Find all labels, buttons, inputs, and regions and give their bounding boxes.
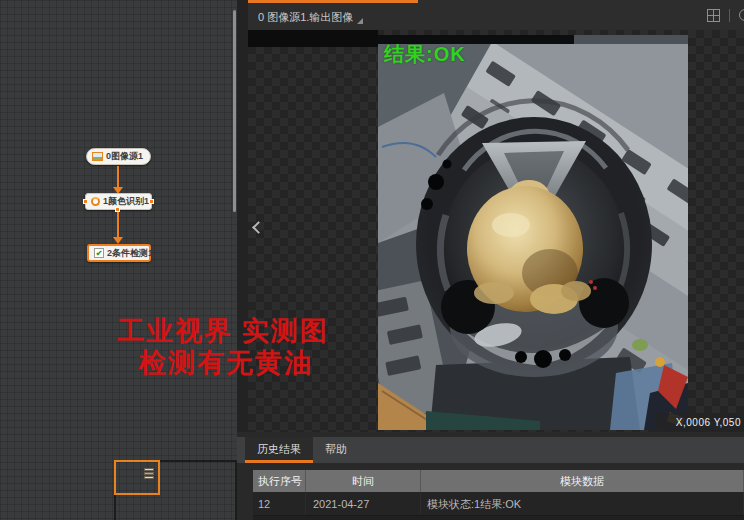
cursor-coordinates: X,0006 Y,050 [656, 413, 744, 432]
flow-node-label: 2条件检测1 [107, 247, 153, 260]
color-recognition-icon [91, 197, 100, 206]
chevron-left-icon[interactable] [250, 218, 264, 238]
flow-minimap[interactable] [114, 460, 237, 520]
table-header-row: 执行序号 时间 模块数据 [253, 470, 744, 492]
flow-node-label: 0图像源1 [106, 150, 143, 163]
flow-connector-arrowhead [113, 237, 123, 244]
image-source-icon [92, 152, 103, 161]
inspection-photo [378, 35, 688, 430]
tab-help[interactable]: 帮助 [313, 437, 359, 463]
cell-time: 2021-04-27 14:50:25:554 [306, 492, 421, 515]
image-viewer: 0 图像源1.输出图像 [248, 0, 744, 432]
viewer-toolbar [707, 0, 744, 30]
history-results-table: 执行序号 时间 模块数据 12 2021-04-27 14:50:25:554 … [253, 470, 744, 520]
flow-node-color-recognition[interactable]: 1颜色识别1 [85, 193, 152, 210]
viewer-tab-output-image[interactable]: 0 图像源1.输出图像 [258, 3, 363, 30]
results-panel: 历史结果 帮助 执行序号 时间 模块数据 12 2021-04-27 14:50… [237, 432, 744, 520]
viewer-tabstrip: 0 图像源1.输出图像 [248, 0, 744, 30]
table-row[interactable]: 12 2021-04-27 14:50:25:554 模块状态:1结果:OK [253, 492, 744, 516]
flow-node-condition-check[interactable]: ✔ 2条件检测1 [87, 244, 151, 262]
tab-history-results[interactable]: 历史结果 [245, 437, 313, 463]
flow-connector [117, 166, 119, 187]
node-port-left[interactable] [83, 199, 88, 204]
result-ok-overlay: 结果:OK [384, 41, 466, 68]
vision-app-window: 0图像源1 1颜色识别1 ✔ 2条件检测1 [0, 0, 744, 520]
image-top-black-band [248, 30, 378, 47]
flow-node-label: 1颜色识别1 [103, 195, 149, 208]
viewer-tab-label: 0 图像源1.输出图像 [258, 4, 353, 30]
layout-grid-icon[interactable] [707, 9, 720, 22]
node-port-right[interactable] [149, 199, 154, 204]
results-tabstrip: 历史结果 帮助 [237, 437, 744, 463]
condition-check-icon: ✔ [94, 248, 104, 258]
minimap-node-glyphs [144, 468, 154, 480]
col-header-seq: 执行序号 [253, 470, 306, 492]
flow-connector [117, 212, 119, 237]
viewer-canvas[interactable]: 结果:OK X,0006 Y,050 [248, 30, 744, 432]
cell-module-data: 模块状态:1结果:OK [421, 492, 744, 515]
clipped-toolbar-icon[interactable] [739, 9, 744, 21]
toolbar-divider [729, 9, 730, 22]
minimap-viewport[interactable] [114, 460, 160, 495]
flow-node-image-source[interactable]: 0图像源1 [86, 148, 151, 165]
col-header-module-data: 模块数据 [421, 470, 744, 492]
flow-panel-scrollbar[interactable] [233, 10, 236, 212]
col-header-time: 时间 [306, 470, 421, 492]
cell-seq: 12 [253, 492, 306, 515]
tab-corner-triangle-icon [357, 18, 363, 24]
flow-editor-canvas[interactable]: 0图像源1 1颜色识别1 ✔ 2条件检测1 [0, 0, 237, 520]
